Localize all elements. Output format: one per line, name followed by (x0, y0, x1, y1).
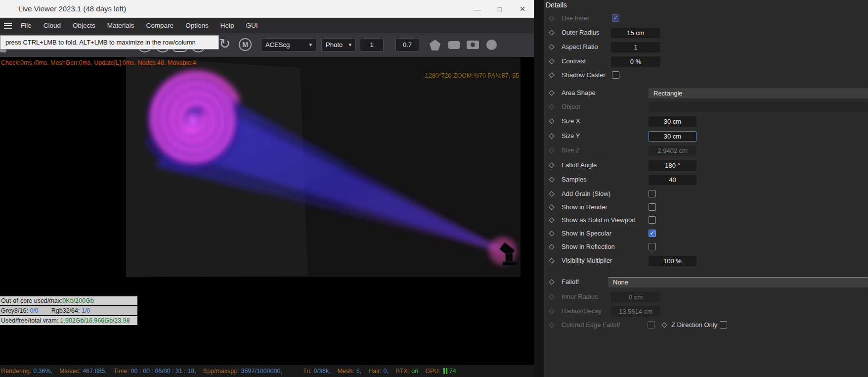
keyframe-diamond-icon[interactable] (549, 177, 554, 182)
samples-field[interactable]: 40 (649, 175, 696, 185)
keyframe-diamond-icon[interactable] (661, 322, 667, 328)
keyframe-diamond-icon[interactable] (549, 133, 554, 139)
maximize-button[interactable]: □ (488, 0, 511, 18)
param-label: Size Y (562, 132, 580, 140)
contrast-field[interactable]: 0 % (611, 56, 660, 67)
row-size-x: Size X 30 cm (544, 116, 868, 127)
show-in-specular-checkbox[interactable]: ✓ (649, 230, 656, 237)
size-y-field[interactable]: 30 cm (649, 131, 696, 141)
keyframe-diamond-icon[interactable] (549, 204, 554, 210)
param-label: Show in Reflection (562, 243, 615, 250)
keyframe-diamond-icon[interactable] (549, 279, 554, 284)
menu-compare[interactable]: Compare (140, 18, 180, 33)
response-dropdown[interactable]: Photo ▾ (321, 38, 356, 51)
resolution-zoom-text: 1280*720 ZOOM:%70 PAN:87,-55 (425, 72, 519, 79)
response-value: Photo (326, 39, 343, 51)
param-label: Falloff (562, 278, 579, 285)
menu-file[interactable]: File (15, 18, 38, 33)
titlebar[interactable]: Live Viewer 2023.1 (48 days left) — □ × (0, 0, 534, 18)
keyframe-diamond-icon[interactable] (549, 90, 554, 95)
rotate-icon[interactable]: ↻ (219, 36, 230, 52)
menubar: File Cloud Objects Materials Compare Opt… (0, 18, 534, 33)
keyframe-diamond-icon (549, 322, 554, 328)
param-label: Area Shape (562, 89, 596, 96)
visibility-multiplier-field[interactable]: 100 % (649, 256, 696, 266)
param-label: Contrast (562, 57, 586, 65)
inner-radius-field: 0 cm (611, 292, 660, 302)
keyframe-diamond-icon[interactable] (549, 118, 554, 124)
minimize-button[interactable]: — (466, 0, 488, 18)
falloff-dropdown[interactable]: None (608, 277, 868, 287)
z-direction-only-checkbox[interactable] (720, 321, 727, 329)
row-visibility-multiplier: Visibility Multiplier 100 % (544, 255, 868, 267)
radius-decay-field: 13.5614 cm (611, 306, 660, 317)
row-show-in-specular: Show in Specular ✓ (544, 228, 868, 239)
camera-icon[interactable] (467, 41, 479, 49)
live-viewer-window: Live Viewer 2023.1 (48 days left) — □ × … (0, 0, 534, 377)
param-label: Object (562, 103, 580, 110)
gamma-field[interactable]: 0.7 (395, 38, 419, 51)
close-button[interactable]: × (511, 0, 534, 18)
keyframe-diamond-icon[interactable] (549, 58, 554, 64)
row-falloff: Falloff None (544, 277, 868, 288)
keyframe-diamond-icon[interactable] (549, 244, 554, 249)
keyframe-diamond-icon[interactable] (549, 44, 554, 49)
keyframe-diamond-icon[interactable] (549, 191, 554, 196)
row-show-as-solid: Show as Solid in Viewport (544, 215, 868, 226)
menu-cloud[interactable]: Cloud (38, 18, 67, 33)
camera-lens (471, 43, 475, 47)
menu-gui[interactable]: GUI (240, 18, 263, 33)
row-falloff-angle: Falloff Angle 180 ° (544, 160, 868, 171)
keyframe-diamond-icon[interactable] (549, 72, 554, 78)
show-in-reflection-checkbox[interactable] (649, 243, 656, 250)
row-add-grain: Add Grain (Slow) (544, 188, 868, 200)
shadow-caster-checkbox[interactable] (612, 71, 619, 79)
grey-value: 0/0 (30, 307, 38, 314)
menu-objects[interactable]: Objects (67, 18, 101, 33)
hamburger-menu-icon[interactable] (0, 18, 15, 33)
keyframe-diamond-icon[interactable] (549, 258, 554, 263)
add-grain-checkbox[interactable] (649, 190, 656, 197)
row-shadow-caster: Shadow Caster (544, 70, 868, 81)
param-label: Colored Edge Falloff (562, 321, 620, 329)
render-image[interactable] (126, 57, 521, 277)
menu-help[interactable]: Help (215, 18, 240, 33)
render-viewport[interactable]: Check:0ms./0ms. MeshGen:0ms. Update[L]:0… (0, 57, 534, 365)
gpu-activity-bars (443, 368, 447, 374)
status-tri: Tri:0/36k, (303, 368, 331, 375)
outer-radius-field[interactable]: 15 cm (611, 28, 660, 38)
param-label: Show in Render (562, 203, 608, 211)
row-contrast: Contrast 0 % (544, 56, 868, 67)
vram-row: Used/free/total vram: 1.902Gb/16.966Gb/2… (0, 316, 137, 325)
show-as-solid-checkbox[interactable] (649, 216, 656, 224)
aspect-ratio-field[interactable]: 1 (611, 42, 660, 52)
param-label: Use Inner (562, 14, 589, 22)
keyframe-diamond-icon[interactable] (549, 231, 554, 236)
cinema4d-app-icon (4, 4, 14, 14)
param-label: Aspect Ratio (562, 43, 598, 50)
circle-icon[interactable] (486, 40, 497, 50)
menu-materials[interactable]: Materials (101, 18, 140, 33)
size-x-field[interactable]: 30 cm (649, 116, 696, 127)
falloff-angle-field[interactable]: 180 ° (649, 160, 696, 171)
keyframe-diamond-icon[interactable] (549, 217, 554, 223)
colored-edge-falloff-checkbox (648, 321, 655, 329)
polygon-icon[interactable] (430, 40, 440, 50)
row-radius-decay: Radius/Decay 13.5614 cm (544, 306, 868, 317)
m-badge-icon[interactable]: M (239, 38, 252, 51)
param-label: Inner Radius (562, 293, 598, 300)
menu-options[interactable]: Options (179, 18, 215, 33)
out-of-core-label: Out-of-core used/max: (1, 297, 62, 304)
colorspace-dropdown[interactable]: ACEScg ▾ (261, 38, 316, 51)
vram-label: Used/free/total vram: (1, 317, 58, 324)
keyframe-diamond-icon[interactable] (549, 30, 554, 35)
show-in-render-checkbox[interactable] (649, 203, 656, 211)
region-icon[interactable] (448, 41, 460, 49)
exposure-field[interactable]: 1 (360, 38, 384, 51)
row-show-in-render: Show in Render (544, 202, 868, 213)
row-use-inner: Use Inner ✓ (544, 13, 868, 24)
keyframe-diamond-icon[interactable] (549, 162, 554, 168)
grey-rgb-row: Grey8/16: 0/0Rgb32/64: 1/0 (0, 306, 137, 315)
area-shape-dropdown[interactable]: Rectangle (649, 88, 868, 98)
param-label: Visibility Multiplier (562, 257, 612, 264)
